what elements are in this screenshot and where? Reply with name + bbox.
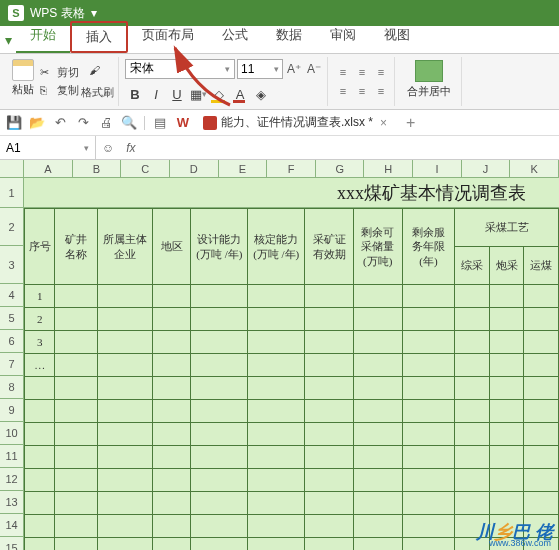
- hdr-design-cap[interactable]: 设计能力 (万吨 /年): [191, 209, 248, 285]
- cell[interactable]: [305, 423, 354, 446]
- cell[interactable]: [402, 331, 455, 354]
- hdr-sub1[interactable]: 综采: [455, 247, 490, 285]
- cell[interactable]: [305, 400, 354, 423]
- qat-btn-b[interactable]: W: [173, 113, 193, 133]
- cell[interactable]: [25, 538, 55, 551]
- cell[interactable]: [402, 469, 455, 492]
- cell[interactable]: [152, 400, 191, 423]
- hdr-region[interactable]: 地区: [152, 209, 191, 285]
- cell[interactable]: [524, 423, 559, 446]
- cell[interactable]: [55, 492, 98, 515]
- row-header-3[interactable]: 3: [0, 246, 23, 284]
- col-header-G[interactable]: G: [316, 160, 365, 177]
- cell[interactable]: [98, 538, 153, 551]
- cell[interactable]: [55, 515, 98, 538]
- cell[interactable]: [489, 492, 524, 515]
- cell[interactable]: [353, 308, 402, 331]
- hdr-mine-name[interactable]: 矿井 名称: [55, 209, 98, 285]
- menu-tab-1[interactable]: 插入: [70, 21, 128, 53]
- cell[interactable]: [489, 469, 524, 492]
- col-header-I[interactable]: I: [413, 160, 462, 177]
- increase-font-button[interactable]: A⁺: [285, 59, 303, 79]
- cell[interactable]: [489, 446, 524, 469]
- cell[interactable]: [353, 354, 402, 377]
- cell[interactable]: [248, 492, 305, 515]
- italic-button[interactable]: I: [146, 84, 166, 104]
- row-header-7[interactable]: 7: [0, 353, 23, 376]
- cell[interactable]: [524, 492, 559, 515]
- font-color-button[interactable]: A: [230, 84, 250, 104]
- paste-button[interactable]: 粘贴: [8, 57, 38, 106]
- align-bottom-center[interactable]: ≡: [353, 82, 371, 100]
- cell[interactable]: [305, 308, 354, 331]
- menu-tab-3[interactable]: 公式: [208, 21, 262, 53]
- cell[interactable]: [353, 538, 402, 551]
- fill-color-button[interactable]: ◇: [209, 84, 229, 104]
- cell[interactable]: [455, 308, 490, 331]
- cell[interactable]: 1: [25, 285, 55, 308]
- cell[interactable]: [305, 446, 354, 469]
- cell[interactable]: [489, 308, 524, 331]
- cell[interactable]: [55, 469, 98, 492]
- cell[interactable]: [55, 423, 98, 446]
- cut-button[interactable]: ✂剪切: [40, 65, 79, 80]
- cell[interactable]: [25, 515, 55, 538]
- col-header-F[interactable]: F: [267, 160, 316, 177]
- row-header-10[interactable]: 10: [0, 422, 23, 445]
- cell[interactable]: [248, 354, 305, 377]
- cell[interactable]: [98, 446, 153, 469]
- qat-btn-a[interactable]: ▤: [150, 113, 170, 133]
- cell[interactable]: [152, 492, 191, 515]
- cell[interactable]: [191, 400, 248, 423]
- cell[interactable]: [524, 331, 559, 354]
- cell[interactable]: [98, 423, 153, 446]
- font-name-select[interactable]: 宋体▾: [125, 59, 235, 79]
- cell[interactable]: [353, 423, 402, 446]
- hdr-mining-tech[interactable]: 采煤工艺: [455, 209, 559, 247]
- hdr-approved-cap[interactable]: 核定能力 (万吨 /年): [248, 209, 305, 285]
- col-header-A[interactable]: A: [24, 160, 73, 177]
- cell[interactable]: [489, 377, 524, 400]
- align-top-center[interactable]: ≡: [353, 63, 371, 81]
- align-bottom-right[interactable]: ≡: [372, 82, 390, 100]
- cell[interactable]: [25, 492, 55, 515]
- cell[interactable]: [248, 423, 305, 446]
- font-size-select[interactable]: 11▾: [237, 59, 283, 79]
- cell[interactable]: [55, 538, 98, 551]
- cell[interactable]: [353, 377, 402, 400]
- cell[interactable]: [152, 285, 191, 308]
- cell[interactable]: [191, 377, 248, 400]
- cell[interactable]: [191, 285, 248, 308]
- cell[interactable]: [152, 377, 191, 400]
- cell[interactable]: [353, 400, 402, 423]
- cell[interactable]: [305, 285, 354, 308]
- cell[interactable]: [305, 469, 354, 492]
- cell[interactable]: [191, 331, 248, 354]
- hdr-license[interactable]: 采矿证 有效期: [305, 209, 354, 285]
- row-header-15[interactable]: 15: [0, 537, 23, 550]
- cell[interactable]: [455, 400, 490, 423]
- cell[interactable]: [524, 377, 559, 400]
- cell[interactable]: [455, 331, 490, 354]
- preview-icon[interactable]: 🔍: [119, 113, 139, 133]
- hdr-remain-yr[interactable]: 剩余服 务年限(年): [402, 209, 455, 285]
- cell[interactable]: [305, 354, 354, 377]
- hdr-remain-res[interactable]: 剩余可 采储量 (万吨): [353, 209, 402, 285]
- underline-button[interactable]: U: [167, 84, 187, 104]
- cell[interactable]: [402, 446, 455, 469]
- cell[interactable]: [191, 423, 248, 446]
- row-header-2[interactable]: 2: [0, 208, 23, 246]
- clear-format-button[interactable]: ◈: [251, 84, 271, 104]
- cell[interactable]: [524, 400, 559, 423]
- cell[interactable]: 3: [25, 331, 55, 354]
- cell[interactable]: [353, 492, 402, 515]
- cell[interactable]: [248, 400, 305, 423]
- cell[interactable]: [98, 308, 153, 331]
- cell[interactable]: [353, 469, 402, 492]
- row-header-8[interactable]: 8: [0, 376, 23, 399]
- cell[interactable]: [402, 492, 455, 515]
- row-header-6[interactable]: 6: [0, 330, 23, 353]
- menu-tab-6[interactable]: 视图: [370, 21, 424, 53]
- cell[interactable]: [152, 354, 191, 377]
- cell[interactable]: [455, 285, 490, 308]
